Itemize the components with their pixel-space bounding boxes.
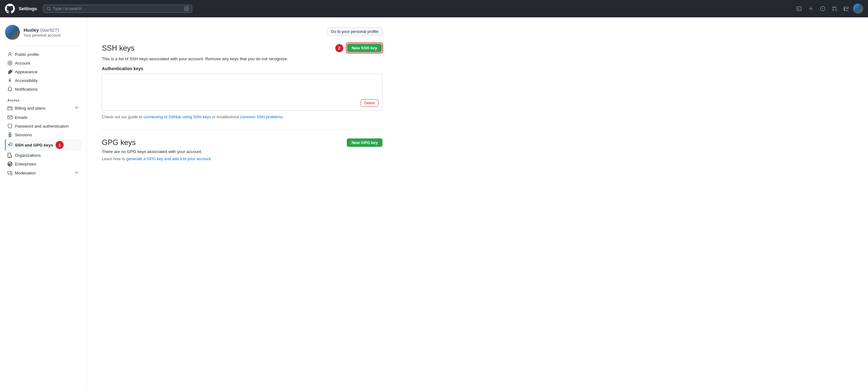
mail-icon xyxy=(7,115,12,120)
sidebar-username: Huxley (star927) xyxy=(24,27,61,33)
auth-keys-label: Authentication keys xyxy=(102,66,382,71)
gpg-learn-prefix: Learn how to xyxy=(102,156,126,161)
sidebar-nav-access: Billing and plans Emails Password and au… xyxy=(5,103,82,178)
terminal-button[interactable] xyxy=(794,4,804,14)
inbox-button[interactable] xyxy=(841,4,851,14)
sidebar-item-label: SSH and GPG keys xyxy=(15,143,53,148)
globe-icon xyxy=(7,161,12,166)
issues-button[interactable] xyxy=(818,4,828,14)
page-header: Go to your personal profile xyxy=(102,27,382,36)
sidebar-item-label: Moderation xyxy=(15,171,36,175)
paintbrush-icon xyxy=(7,69,12,74)
search-kbd: / xyxy=(184,6,189,11)
sidebar-item-account[interactable]: Account xyxy=(5,59,82,67)
ssh-guide-link[interactable]: connecting to GitHub using SSH keys xyxy=(144,115,211,119)
sidebar-item-label: Emails xyxy=(15,115,28,120)
credit-card-icon xyxy=(7,106,12,111)
sidebar-item-password[interactable]: Password and authentication xyxy=(5,122,82,130)
search-bar[interactable]: Type / to search / xyxy=(43,5,192,13)
sidebar-divider xyxy=(5,46,82,46)
sidebar-item-public-profile[interactable]: Public profile xyxy=(5,50,82,59)
sidebar-item-enterprises[interactable]: Enterprises xyxy=(5,160,82,168)
keys-box-footer: Delete xyxy=(106,99,378,107)
ssh-section-header: SSH keys 2 New SSH key xyxy=(102,43,382,53)
sidebar-item-label: Notifications xyxy=(15,87,38,92)
new-ssh-wrapper: 2 New SSH key xyxy=(335,43,382,53)
keys-box-content xyxy=(106,77,378,97)
page-title: Settings xyxy=(19,6,37,11)
gpg-section-title: GPG keys xyxy=(102,138,136,147)
sidebar-item-label: Account xyxy=(15,61,30,65)
sidebar-item-ssh-gpg[interactable]: SSH and GPG keys 1 xyxy=(5,139,82,151)
sidebar-item-sessions[interactable]: Sessions xyxy=(5,130,82,139)
ssh-problems-link[interactable]: common SSH problems xyxy=(240,115,282,119)
helper-text-suffix: . xyxy=(282,115,284,119)
sidebar-user: Huxley (star927) Your personal account xyxy=(5,25,82,40)
page-layout: Huxley (star927) Your personal account P… xyxy=(0,18,868,388)
gpg-section: GPG keys New GPG key There are no GPG ke… xyxy=(102,138,382,161)
sidebar-user-info: Huxley (star927) Your personal account xyxy=(24,27,61,38)
avatar-image xyxy=(853,4,863,14)
sidebar-item-label: Sessions xyxy=(15,133,32,137)
new-button[interactable] xyxy=(806,4,816,14)
sidebar-user-subtitle: Your personal account xyxy=(24,33,61,38)
sidebar-nav-personal: Public profile Account Appearance Access… xyxy=(5,50,82,93)
ssh-gpg-badge: 1 xyxy=(56,141,64,149)
ssh-section-description: This is a list of SSH keys associated wi… xyxy=(102,57,382,61)
sidebar-item-billing[interactable]: Billing and plans xyxy=(5,103,82,113)
sidebar-item-accessibility[interactable]: Accessibility xyxy=(5,76,82,85)
ssh-section: SSH keys 2 New SSH key This is a list of… xyxy=(102,43,382,119)
ssh-helper-text: Check out our guide to connecting to Git… xyxy=(102,115,382,119)
sidebar-item-label: Billing and plans xyxy=(15,106,45,110)
sidebar-item-organizations[interactable]: Organizations xyxy=(5,151,82,160)
topnav-actions xyxy=(794,4,863,14)
auth-keys-box: Delete xyxy=(102,73,382,111)
sidebar-item-appearance[interactable]: Appearance xyxy=(5,67,82,76)
delete-key-button[interactable]: Delete xyxy=(361,99,378,107)
shield-icon xyxy=(7,124,12,129)
gpg-learn-text: Learn how to generate a GPG key and add … xyxy=(102,156,382,161)
sidebar-item-moderation[interactable]: Moderation xyxy=(5,168,82,178)
helper-text-mid: or troubleshoot xyxy=(211,115,240,119)
go-to-profile-button[interactable]: Go to your personal profile xyxy=(327,27,382,36)
organization-icon xyxy=(7,153,12,158)
comment-icon xyxy=(7,171,12,176)
new-ssh-key-button[interactable]: New SSH key xyxy=(347,44,382,52)
new-gpg-key-button[interactable]: New GPG key xyxy=(347,138,382,147)
search-icon xyxy=(46,6,51,11)
gear-icon xyxy=(7,61,12,65)
sidebar-item-emails[interactable]: Emails xyxy=(5,113,82,122)
search-placeholder: Type / to search xyxy=(53,6,82,11)
top-navigation: Settings Type / to search / xyxy=(0,0,868,18)
broadcast-icon xyxy=(7,132,12,137)
new-ssh-highlight: New SSH key xyxy=(346,43,382,53)
pullrequests-button[interactable] xyxy=(830,4,839,14)
sidebar-item-label: Enterprises xyxy=(15,162,36,166)
sidebar-item-label: Password and authentication xyxy=(15,124,69,129)
chevron-down-icon xyxy=(74,105,79,111)
gpg-learn-suffix: . xyxy=(211,156,212,161)
gpg-learn-link[interactable]: generate a GPG key and add it to your ac… xyxy=(126,156,211,161)
moderation-chevron-icon xyxy=(74,170,79,176)
accessibility-icon xyxy=(7,78,12,83)
sidebar: Huxley (star927) Your personal account P… xyxy=(0,18,87,388)
key-icon xyxy=(7,142,12,148)
sidebar-item-label: Public profile xyxy=(15,52,39,57)
main-content: Go to your personal profile SSH keys 2 N… xyxy=(87,18,397,388)
sidebar-item-label: Accessibility xyxy=(15,78,38,83)
avatar[interactable] xyxy=(853,4,863,14)
sidebar-avatar xyxy=(5,25,20,40)
sidebar-item-label: Organizations xyxy=(15,153,41,158)
section-separator xyxy=(102,129,382,129)
gpg-section-header: GPG keys New GPG key xyxy=(102,138,382,147)
new-ssh-badge: 2 xyxy=(335,44,343,52)
sidebar-item-label: Appearance xyxy=(15,69,37,74)
person-icon xyxy=(7,52,12,57)
helper-text-prefix: Check out our guide to xyxy=(102,115,144,119)
sidebar-item-notifications[interactable]: Notifications xyxy=(5,85,82,93)
gpg-empty-text: There are no GPG keys associated with yo… xyxy=(102,149,382,154)
bell-icon xyxy=(7,87,12,92)
access-section-label: Access xyxy=(7,98,79,102)
github-logo[interactable] xyxy=(5,4,15,14)
ssh-section-title: SSH keys xyxy=(102,44,134,53)
